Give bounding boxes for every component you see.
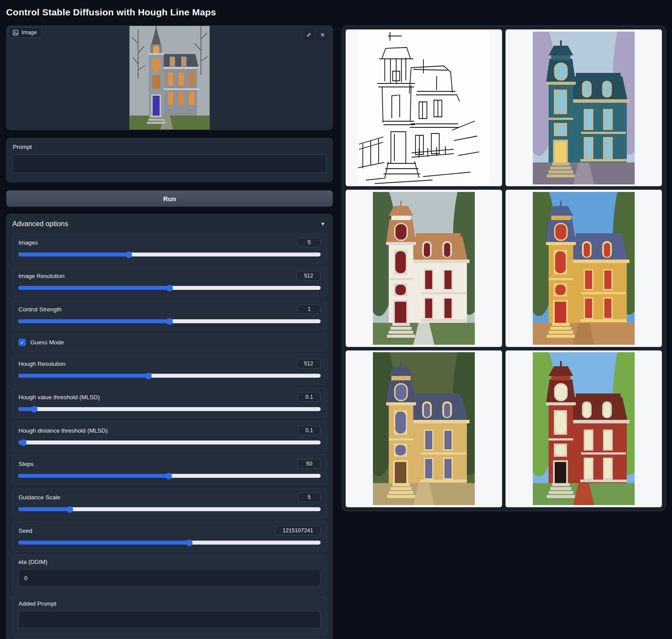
slider-handle-guidance-scale[interactable] (66, 506, 73, 513)
generated-image-3 (533, 192, 635, 345)
slider-value-seed[interactable]: 1215107241 (275, 526, 321, 535)
slider-handle-steps[interactable] (165, 473, 172, 479)
textbox-input-added-prompt[interactable] (18, 611, 321, 628)
slider-label: Control Strength (18, 306, 61, 313)
slider-value-hough-resolution[interactable]: 512 (296, 359, 321, 368)
textbox-label: eta (DDIM) (18, 559, 321, 565)
slider-value-image-resolution[interactable]: 512 (296, 271, 321, 281)
slider-group-hough-distance-threshold-mlsd: Hough distance threshold (MLSD) 0.1 (12, 421, 327, 451)
slider-fill (18, 319, 170, 323)
slider-group-guidance-scale: Guidance Scale 5 (12, 488, 327, 518)
gallery-item-golden-house[interactable] (346, 350, 502, 507)
close-icon: ✕ (320, 32, 325, 38)
advanced-options-title: Advanced options (12, 220, 68, 228)
clear-image-button[interactable]: ✕ (317, 29, 328, 40)
pencil-icon: ✎ (306, 32, 311, 37)
slider-track-images[interactable] (18, 253, 321, 256)
prompt-label: Prompt (13, 144, 326, 150)
slider-fill (18, 253, 129, 256)
slider-group-steps: Steps 50 (12, 455, 327, 485)
slider-label: Guidance Scale (18, 494, 60, 501)
slider-track-hough-distance-threshold-mlsd[interactable] (18, 440, 321, 444)
result-gallery (342, 25, 666, 511)
gallery-item-teal-house[interactable] (506, 29, 662, 186)
chevron-down-icon: ▼ (320, 221, 325, 227)
guess-mode-checkbox[interactable]: ✓ (18, 339, 26, 346)
slider-fill (18, 507, 70, 511)
slider-handle-hough-value-threshold-mlsd[interactable] (31, 406, 38, 412)
slider-handle-images[interactable] (126, 251, 132, 258)
slider-label: Images (18, 239, 38, 246)
gallery-item-hough-line-map[interactable] (346, 29, 502, 186)
run-button[interactable]: Run (6, 190, 333, 207)
textbox-input-eta-ddim[interactable] (18, 569, 321, 587)
slider-value-hough-distance-threshold-mlsd[interactable]: 0.1 (298, 426, 321, 435)
slider-track-image-resolution[interactable] (18, 286, 321, 290)
slider-value-images[interactable]: 5 (298, 238, 321, 247)
slider-track-steps[interactable] (18, 474, 321, 478)
slider-value-hough-value-threshold-mlsd[interactable]: 0.1 (298, 392, 321, 402)
slider-label: Image Resolution (18, 273, 65, 279)
advanced-options-body: Images 5 Image Resolution 512 Control St… (7, 233, 332, 639)
slider-handle-hough-distance-threshold-mlsd[interactable] (20, 439, 27, 446)
slider-track-hough-resolution[interactable] (18, 374, 321, 378)
slider-label: Steps (18, 461, 34, 467)
slider-handle-control-strength[interactable] (166, 318, 173, 325)
slider-fill (18, 474, 169, 478)
main-layout: Image ✎ ✕ (6, 25, 666, 639)
image-input-label: Image (8, 27, 42, 38)
hough-line-map-image (358, 31, 490, 185)
checkbox-label: Guess Mode (30, 339, 64, 346)
slider-track-guidance-scale[interactable] (18, 507, 321, 511)
check-icon: ✓ (20, 339, 24, 346)
slider-value-steps[interactable]: 50 (298, 459, 321, 469)
controls-column: Image ✎ ✕ (6, 25, 333, 639)
app-root: Control Stable Diffusion with Hough Line… (0, 0, 672, 639)
generated-image-5 (533, 352, 635, 505)
slider-group-control-strength: Control Strength 1 (12, 300, 327, 330)
generated-image-4 (373, 352, 475, 505)
slider-track-seed[interactable] (18, 541, 321, 545)
generated-image-1 (533, 32, 635, 184)
slider-track-hough-value-threshold-mlsd[interactable] (18, 407, 321, 411)
slider-fill (18, 541, 189, 545)
slider-handle-seed[interactable] (186, 539, 192, 546)
textbox-label: Added Prompt (18, 600, 321, 607)
textbox-group-added-prompt: Added Prompt (12, 596, 327, 635)
slider-label: Hough distance threshold (MLSD) (18, 427, 108, 434)
slider-fill (18, 286, 170, 290)
advanced-options-header[interactable]: Advanced options ▼ (7, 214, 332, 233)
image-input[interactable]: Image ✎ ✕ (6, 25, 333, 130)
slider-handle-image-resolution[interactable] (166, 285, 173, 291)
image-actions: ✎ ✕ (303, 29, 328, 40)
slider-group-images: Images 5 (12, 233, 327, 264)
textbox-group-eta-ddim: eta (DDIM) (12, 555, 327, 593)
slider-fill (18, 374, 148, 378)
checkbox-group-guess-mode[interactable]: ✓ Guess Mode (12, 333, 327, 351)
slider-group-hough-resolution: Hough Resolution 512 (12, 354, 327, 385)
slider-group-seed: Seed 1215107241 (12, 521, 327, 552)
gallery-item-white-house[interactable] (346, 190, 502, 347)
slider-value-guidance-scale[interactable]: 5 (298, 492, 321, 502)
slider-track-control-strength[interactable] (18, 319, 321, 323)
slider-value-control-strength[interactable]: 1 (298, 304, 321, 314)
slider-group-hough-value-threshold-mlsd: Hough value threshold (MLSD) 0.1 (12, 388, 327, 418)
gallery-item-red-house[interactable] (506, 350, 662, 507)
generated-image-2 (373, 192, 475, 345)
slider-handle-hough-resolution[interactable] (145, 372, 152, 379)
gallery-item-yellow-house[interactable] (506, 190, 662, 347)
image-icon (13, 30, 18, 36)
advanced-options-accordion: Advanced options ▼ Images 5 Image Resolu… (6, 214, 333, 639)
slider-label: Hough value threshold (MLSD) (18, 394, 100, 401)
page-title: Control Stable Diffusion with Hough Line… (6, 7, 666, 18)
slider-label: Seed (18, 527, 33, 534)
prompt-group: Prompt (6, 138, 333, 182)
slider-group-image-resolution: Image Resolution 512 (12, 267, 327, 297)
slider-label: Hough Resolution (18, 361, 65, 367)
edit-image-button[interactable]: ✎ (303, 29, 314, 40)
prompt-input[interactable] (13, 155, 326, 173)
image-input-label-text: Image (22, 29, 37, 36)
input-image-preview (130, 26, 210, 130)
